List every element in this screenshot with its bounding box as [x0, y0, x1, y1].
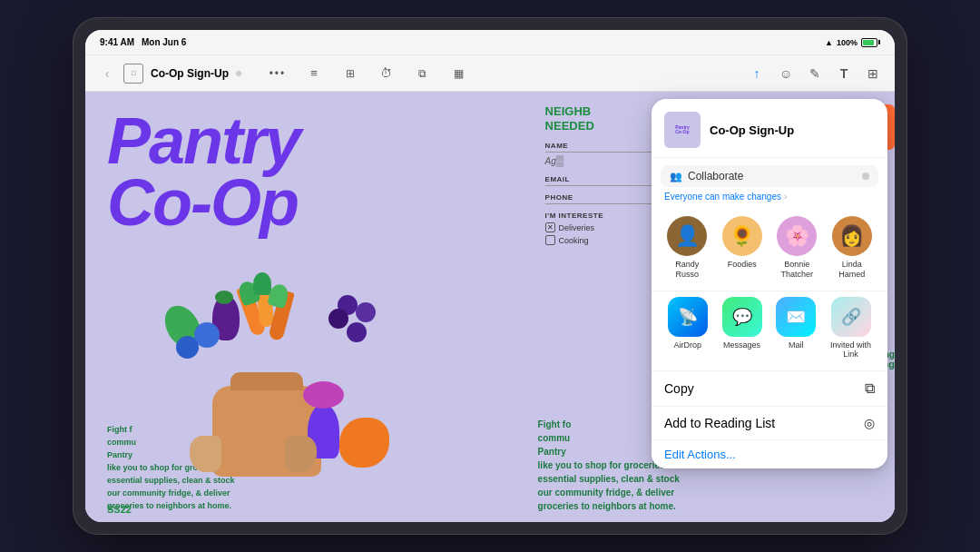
avatar-emoji-bonnie: 🌸 — [785, 224, 809, 248]
menu-reading-list[interactable]: Add to Reading List ◎ — [652, 406, 887, 439]
collaborate-label: Collaborate — [688, 170, 743, 182]
menu-reading-label: Add to Reading List — [664, 416, 775, 430]
battery-icon — [861, 38, 880, 47]
toolbar-edit-dot — [236, 71, 241, 76]
link-label: Invited withLink — [830, 340, 871, 360]
avatar-foodies[interactable]: 🌻 Foodies — [722, 216, 762, 280]
menu-edit-actions[interactable]: Edit Actions... — [652, 439, 887, 468]
grape-3 — [328, 309, 348, 329]
airdrop-emoji: 📡 — [678, 307, 698, 327]
menu-edit-label: Edit Actions... — [664, 448, 736, 461]
delivery-checkbox[interactable]: ✕ — [545, 222, 555, 232]
airdrop-icon: 📡 — [668, 297, 708, 337]
link-icon: 🔗 — [831, 297, 871, 337]
toolbar-bookmark-button[interactable]: ⊞ — [860, 61, 886, 86]
popover-doc-thumb: PantryCo-Op — [664, 112, 701, 148]
avatar-circle-randy: 👤 — [667, 216, 707, 256]
status-bar: 9:41 AM Mon Jun 6 ▲ 100% — [85, 30, 895, 55]
toolbar-grid-button[interactable]: ⊞ — [338, 61, 363, 86]
blue-berry-2 — [176, 336, 199, 359]
apps-row: 📡 AirDrop 💬 Messages ✉️ M — [652, 291, 887, 371]
toolbar: ‹ □ Co-Op Sign-Up ••• ≡ ⊞ ⏱ ⧉ ▦ ↑ ☺ ✎ T — [85, 55, 895, 92]
mail-icon: ✉️ — [776, 297, 816, 337]
collaborate-icon: 👥 — [670, 171, 682, 182]
popover-doc-title: Co-Op Sign-Up — [710, 123, 875, 137]
delivery-label: Deliveries — [559, 223, 595, 232]
app-mail[interactable]: ✉️ Mail — [776, 297, 816, 360]
toolbar-title: Co-Op Sign-Up — [151, 67, 229, 80]
battery-body — [861, 38, 877, 47]
doc-icon: □ — [123, 64, 143, 84]
messages-label: Messages — [723, 340, 760, 350]
time: 9:41 AM — [100, 37, 134, 47]
poster-title-line2: Co-Op — [107, 166, 298, 239]
battery-label: 100% — [837, 38, 858, 47]
airdrop-label: AirDrop — [674, 340, 702, 350]
avatar-linda[interactable]: 👩 LindaHamed — [832, 216, 872, 280]
app-airdrop[interactable]: 📡 AirDrop — [668, 297, 708, 360]
toolbar-copy-button[interactable]: ⧉ — [410, 61, 436, 86]
avatar-randy[interactable]: 👤 RandyRusso — [667, 216, 707, 280]
ipad-screen: 9:41 AM Mon Jun 6 ▲ 100% ‹ □ — [85, 30, 895, 522]
wifi-icon: ▲ — [825, 38, 833, 47]
avatars-row: 👤 RandyRusso 🌻 Foodies 🌸 — [652, 211, 887, 291]
collaborate-dot — [862, 172, 869, 180]
avatar-name-bonnie: BonnieThatcher — [780, 260, 813, 280]
toolbar-emoji-button[interactable]: ☺ — [773, 61, 799, 86]
orange-fruit — [339, 418, 389, 468]
avatar-circle-bonnie: 🌸 — [777, 216, 817, 256]
grape-2 — [356, 302, 376, 322]
toolbar-center: ••• ≡ ⊞ ⏱ ⧉ ▦ — [265, 61, 472, 86]
collaborate-row[interactable]: 👥 Collaborate — [661, 165, 878, 187]
app-messages[interactable]: 💬 Messages — [722, 297, 762, 360]
avatar-emoji-randy: 👤 — [675, 224, 700, 248]
popover-doc-info: Co-Op Sign-Up — [710, 123, 875, 137]
toolbar-list-button[interactable]: ≡ — [301, 61, 327, 86]
avatar-bonnie[interactable]: 🌸 BonnieThatcher — [777, 216, 817, 280]
messages-emoji: 💬 — [732, 307, 752, 327]
cooking-checkbox[interactable] — [545, 235, 555, 245]
app-link[interactable]: 🔗 Invited withLink — [830, 297, 871, 360]
toolbar-pen-button[interactable]: ✎ — [802, 61, 828, 86]
hand-right — [285, 436, 317, 472]
reading-list-icon: ◎ — [864, 416, 875, 430]
date: Mon Jun 6 — [142, 37, 186, 47]
poster-title: Pantry Co-Op — [107, 110, 522, 234]
back-button[interactable]: ‹ — [94, 61, 120, 86]
link-emoji: 🔗 — [841, 307, 861, 327]
everyone-label: Everyone can make changes — [664, 192, 781, 202]
eggplant-top — [215, 291, 233, 304]
mail-label: Mail — [789, 340, 804, 350]
chevron-right-icon: › — [784, 192, 787, 202]
menu-copy-label: Copy — [664, 381, 694, 396]
messages-icon: 💬 — [722, 297, 762, 337]
purple-flower — [303, 381, 344, 409]
mail-emoji: ✉️ — [786, 307, 806, 327]
everyone-row[interactable]: Everyone can make changes › — [652, 187, 887, 211]
toolbar-right: ↑ ☺ ✎ T ⊞ — [744, 61, 886, 86]
copy-menu-icon: ⧉ — [865, 380, 875, 397]
carrot-leaves-2 — [253, 272, 271, 295]
grape-4 — [347, 322, 367, 342]
toolbar-photo-button[interactable]: ▦ — [446, 61, 472, 86]
toolbar-more-button[interactable]: ••• — [265, 61, 290, 86]
battery-tip — [878, 40, 880, 44]
avatar-emoji-foodies: 🌻 — [730, 224, 754, 248]
toolbar-text-button[interactable]: T — [831, 61, 857, 86]
toolbar-nav: ‹ □ Co-Op Sign-Up — [94, 61, 241, 86]
poster-left: Pantry Co-Op — [85, 92, 531, 522]
main-content: Pantry Co-Op — [85, 92, 895, 522]
avatar-name-randy: RandyRusso — [675, 260, 699, 280]
avatar-circle-linda: 👩 — [832, 216, 872, 256]
battery-fill — [863, 40, 874, 45]
share-popover: PantryCo-Op Co-Op Sign-Up 👥 Collaborate … — [652, 99, 887, 468]
popover-doc-mini: PantryCo-Op — [664, 112, 701, 148]
hand-left — [190, 436, 221, 472]
avatar-circle-foodies: 🌻 — [722, 216, 762, 256]
menu-copy[interactable]: Copy ⧉ — [652, 370, 887, 406]
avatar-name-foodies: Foodies — [728, 260, 757, 270]
toolbar-clock-button[interactable]: ⏱ — [374, 61, 399, 86]
cooking-label: Cooking — [559, 236, 589, 245]
avatar-emoji-linda: 👩 — [839, 224, 864, 248]
toolbar-share-button[interactable]: ↑ — [744, 61, 769, 86]
